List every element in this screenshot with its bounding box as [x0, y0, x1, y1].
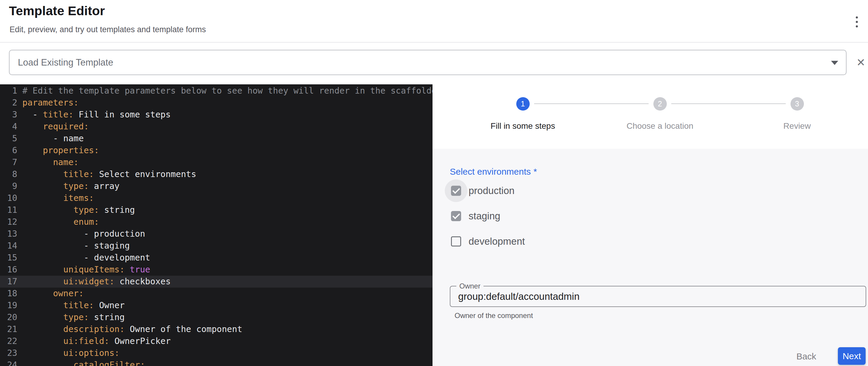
code-line: 24 catalogFilter:: [0, 359, 433, 366]
code-line-text: parameters:: [22, 97, 79, 109]
code-line-text: - production: [22, 228, 145, 240]
checkbox-option-development[interactable]: development: [445, 230, 525, 253]
stepper: 1Fill in some steps2Choose a location3Re…: [433, 84, 868, 149]
code-line: 16 uniqueItems: true: [0, 264, 433, 276]
template-form: Select environments* productionstagingde…: [433, 149, 868, 366]
checkbox-unchecked-icon[interactable]: [445, 230, 467, 253]
step-indicator-icon: 1: [516, 97, 530, 111]
code-line-text: - development: [22, 252, 150, 264]
code-line-text: enum:: [22, 216, 99, 228]
checkbox[interactable]: [451, 186, 461, 196]
line-number: 23: [0, 347, 17, 359]
line-number: 21: [0, 324, 17, 335]
owner-field-value: group:default/accountadmin: [451, 286, 866, 306]
line-number: 9: [0, 180, 17, 192]
owner-field-label: Owner: [456, 282, 484, 290]
page-subtitle: Edit, preview, and try out templates and…: [9, 25, 206, 34]
checkbox-option-production[interactable]: production: [445, 179, 515, 202]
checkbox-option-staging[interactable]: staging: [445, 205, 500, 227]
code-line: 2parameters:: [0, 97, 433, 109]
checkbox-checked-icon[interactable]: [445, 205, 467, 227]
code-line-text: required:: [22, 121, 89, 133]
line-number: 18: [0, 287, 17, 300]
checkbox[interactable]: [451, 211, 461, 221]
line-number: 16: [0, 264, 17, 276]
code-line: 7 name:: [0, 156, 433, 169]
code-editor[interactable]: 1# Edit the template parameters below to…: [0, 84, 433, 366]
line-number: 20: [0, 311, 17, 324]
page-header: Template Editor Edit, preview, and try o…: [0, 0, 868, 42]
code-line: 8 title: Select environments: [0, 169, 433, 180]
step-label: Fill in some steps: [454, 121, 591, 131]
line-number: 14: [0, 240, 17, 252]
step-2: 2Choose a location: [591, 97, 728, 131]
line-number: 11: [0, 204, 17, 216]
code-line-text: title: Owner: [22, 300, 125, 311]
code-line-text: type: array: [22, 180, 120, 192]
code-line: 5 - name: [0, 133, 433, 145]
owner-input[interactable]: Owner group:default/accountadmin: [450, 286, 866, 307]
step-indicator-icon: 2: [653, 97, 667, 111]
step-label: Review: [728, 121, 866, 131]
step-3: 3Review: [728, 97, 866, 131]
code-line: 15 - development: [0, 252, 433, 264]
code-line-text: properties:: [22, 145, 99, 156]
step-label: Choose a location: [591, 121, 728, 131]
close-icon[interactable]: ✕: [853, 53, 868, 72]
line-number: 15: [0, 252, 17, 264]
code-line-text: type: string: [22, 311, 125, 324]
kebab-dot: [856, 21, 858, 23]
code-line: 13 - production: [0, 228, 433, 240]
code-line-text: ui:options:: [22, 347, 120, 359]
code-line-text: - title: Fill in some steps: [22, 109, 171, 121]
checkbox[interactable]: [451, 236, 461, 246]
environments-label-text: Select environments: [450, 166, 531, 177]
code-line: 20 type: string: [0, 311, 433, 324]
line-number: 10: [0, 192, 17, 204]
code-line: 14 - staging: [0, 240, 433, 252]
kebab-dot: [856, 17, 858, 19]
line-number: 13: [0, 228, 17, 240]
code-line: 21 description: Owner of the component: [0, 324, 433, 335]
required-asterisk: *: [533, 166, 537, 177]
code-line-text: name:: [22, 156, 79, 169]
code-line: 1# Edit the template parameters below to…: [0, 85, 433, 97]
code-line-text: catalogFilter:: [22, 359, 145, 366]
line-number: 7: [0, 156, 17, 169]
line-number: 5: [0, 133, 17, 145]
checkbox-checked-icon[interactable]: [445, 179, 467, 202]
load-template-placeholder: Load Existing Template: [18, 57, 113, 68]
code-line-text: ui:widget: checkboxes: [22, 276, 171, 287]
load-existing-template-select[interactable]: Load Existing Template: [9, 50, 846, 75]
preview-pane: 1Fill in some steps2Choose a location3Re…: [433, 84, 868, 366]
code-line: 9 type: array: [0, 180, 433, 192]
line-number: 8: [0, 169, 17, 180]
line-number: 1: [0, 85, 17, 97]
line-number: 22: [0, 335, 17, 347]
next-button[interactable]: Next: [838, 347, 866, 365]
line-number: 4: [0, 121, 17, 133]
code-line-text: items:: [22, 192, 94, 204]
code-line: 6 properties:: [0, 145, 433, 156]
checkbox-label: production: [469, 185, 515, 196]
page-title: Template Editor: [9, 4, 105, 18]
line-number: 3: [0, 109, 17, 121]
owner-helper-text: Owner of the component: [455, 311, 533, 320]
line-number: 19: [0, 300, 17, 311]
line-number: 12: [0, 216, 17, 228]
line-number: 24: [0, 359, 17, 366]
code-line-text: description: Owner of the component: [22, 324, 242, 335]
code-line-text: owner:: [22, 287, 84, 300]
code-line: 18 owner:: [0, 287, 433, 300]
code-line: 22 ui:field: OwnerPicker: [0, 335, 433, 347]
line-number: 2: [0, 97, 17, 109]
code-line: 10 items:: [0, 192, 433, 204]
line-number: 6: [0, 145, 17, 156]
checkbox-label: development: [469, 236, 525, 247]
back-button[interactable]: Back: [792, 348, 820, 365]
code-line-text: uniqueItems: true: [22, 264, 150, 276]
code-line: 12 enum:: [0, 216, 433, 228]
code-line: 11 type: string: [0, 204, 433, 216]
kebab-menu-icon[interactable]: [849, 12, 864, 31]
code-line: 17 ui:widget: checkboxes: [0, 276, 433, 287]
